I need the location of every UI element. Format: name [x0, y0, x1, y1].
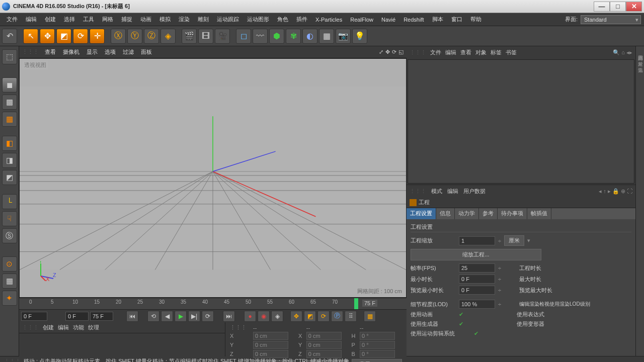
- om-menu-bookmarks[interactable]: 书签: [506, 49, 517, 56]
- menu-navie[interactable]: Navié: [378, 15, 399, 24]
- preview-min-input[interactable]: [459, 286, 495, 295]
- x-axis-icon[interactable]: Ⓧ: [111, 29, 126, 44]
- model-mode-icon[interactable]: ◼: [2, 77, 17, 93]
- autokey-icon[interactable]: ◉: [258, 311, 270, 322]
- tweak-icon[interactable]: ☟: [2, 211, 17, 226]
- object-tree[interactable]: [408, 59, 634, 184]
- next-key-icon[interactable]: ⟳: [202, 311, 214, 322]
- pos-z[interactable]: [253, 350, 288, 358]
- anim-mode-icon[interactable]: ▦: [364, 311, 376, 322]
- lod-input[interactable]: [459, 300, 495, 309]
- rot-key-icon[interactable]: ⟳: [317, 311, 330, 322]
- tab-todo[interactable]: 待办事项: [498, 208, 527, 219]
- environment-icon[interactable]: ◐: [302, 29, 317, 44]
- mat-menu-texture[interactable]: 纹理: [88, 324, 99, 331]
- pla-key-icon[interactable]: ⠿: [345, 311, 357, 322]
- menu-help[interactable]: 帮助: [467, 14, 485, 25]
- range-start[interactable]: [21, 312, 47, 321]
- rot-h[interactable]: [360, 332, 395, 340]
- vp-nav-icon[interactable]: ◱: [398, 49, 404, 55]
- om-menu-objects[interactable]: 对象: [475, 49, 487, 56]
- vp-menu-view[interactable]: 查看: [42, 47, 59, 57]
- nav-icons[interactable]: ◂ ↑ ▸ 🔒 ⊕ ⛶: [599, 188, 632, 195]
- render-settings-icon[interactable]: 🎥: [215, 29, 230, 44]
- om-menu-edit[interactable]: 编辑: [445, 49, 456, 56]
- menu-plugins[interactable]: 插件: [293, 14, 311, 25]
- point-mode-icon[interactable]: ◧: [2, 136, 17, 151]
- grip-icon[interactable]: ⋮⋮⋮: [410, 188, 426, 195]
- scale-project-button[interactable]: 缩放工程...: [411, 249, 541, 260]
- grip-icon[interactable]: ⋮⋮⋮: [22, 49, 39, 55]
- snap-toggle-icon[interactable]: Ⓢ: [2, 228, 17, 243]
- min-time-input[interactable]: [459, 275, 495, 284]
- mat-menu-function[interactable]: 功能: [73, 324, 84, 331]
- pos-key-icon[interactable]: ✥: [290, 311, 302, 322]
- goto-start-icon[interactable]: ⏮: [126, 311, 138, 322]
- bulb-icon[interactable]: 💡: [352, 29, 367, 44]
- edge-mode-icon[interactable]: ◨: [2, 153, 17, 168]
- camera-icon[interactable]: ▦: [319, 29, 334, 44]
- mat-menu-edit[interactable]: 编辑: [58, 324, 69, 331]
- pos-x[interactable]: [253, 332, 288, 340]
- playhead[interactable]: [354, 298, 358, 309]
- tab-project-settings[interactable]: 工程设置: [407, 208, 436, 219]
- grip-icon[interactable]: ⋮⋮⋮: [410, 49, 426, 56]
- om-menu-file[interactable]: 文件: [430, 49, 441, 56]
- magnet-icon[interactable]: ⊙: [2, 256, 17, 272]
- goto-end-icon[interactable]: ⏭: [223, 311, 235, 322]
- use-gen-checkbox[interactable]: ✔: [459, 321, 463, 327]
- cube-primitive-icon[interactable]: ◻: [236, 29, 251, 44]
- menu-animate[interactable]: 动画: [137, 14, 155, 25]
- maximize-button[interactable]: □: [610, 2, 626, 12]
- workplane-icon[interactable]: ▦: [2, 112, 17, 127]
- misc-tool-icon[interactable]: ✦: [2, 291, 17, 306]
- move-tool-icon[interactable]: ✥: [40, 29, 55, 44]
- menu-script[interactable]: 脚本: [429, 14, 447, 25]
- pos-y[interactable]: [253, 341, 288, 349]
- fps-input[interactable]: [459, 263, 495, 273]
- texture-mode-icon[interactable]: ▩: [2, 95, 17, 110]
- frame-end[interactable]: [90, 312, 113, 321]
- menu-render[interactable]: 渲染: [175, 14, 193, 25]
- deformer-icon[interactable]: ✾: [286, 29, 301, 44]
- size-y[interactable]: [306, 341, 342, 349]
- size-x[interactable]: [306, 332, 342, 340]
- timeline-ruler[interactable]: 0 5 10 15 20 25 30 35 40 45 50 55 60 65 …: [19, 298, 407, 309]
- am-menu-mode[interactable]: 模式: [431, 188, 442, 195]
- vp-menu-filter[interactable]: 过滤: [120, 47, 137, 57]
- menu-select[interactable]: 选择: [60, 14, 78, 25]
- use-anim-checkbox[interactable]: ✔: [459, 311, 463, 318]
- menu-mesh[interactable]: 网格: [99, 14, 117, 25]
- apply-button[interactable]: 应用: [352, 359, 402, 362]
- menu-window[interactable]: 窗口: [448, 14, 466, 25]
- tab-interp[interactable]: 帧插值: [527, 208, 551, 219]
- z-axis-icon[interactable]: Ⓩ: [144, 29, 159, 44]
- next-frame-icon[interactable]: ▶|: [188, 311, 200, 322]
- use-motion-checkbox[interactable]: ✔: [474, 330, 478, 337]
- live-select-icon[interactable]: ↖: [23, 29, 38, 44]
- menu-motion-tracker[interactable]: 运动跟踪: [213, 14, 243, 25]
- undo-icon[interactable]: ↶: [2, 29, 17, 44]
- locked-workplane-icon[interactable]: ▦: [2, 274, 17, 289]
- layout-select[interactable]: Standard: [581, 15, 641, 24]
- mat-menu-create[interactable]: 创建: [43, 324, 54, 331]
- om-menu-tags[interactable]: 标签: [491, 49, 502, 56]
- rot-b[interactable]: [360, 350, 395, 358]
- render-view-icon[interactable]: 🎬: [182, 29, 197, 44]
- y-axis-icon[interactable]: Ⓨ: [127, 29, 142, 44]
- play-icon[interactable]: ▶: [175, 311, 187, 322]
- coord-system-icon[interactable]: ◈: [160, 29, 176, 44]
- project-scale-input[interactable]: [459, 236, 495, 245]
- make-editable-icon[interactable]: ⬚: [2, 49, 17, 64]
- prev-frame-icon[interactable]: ◀: [161, 311, 173, 322]
- rot-p[interactable]: [360, 341, 395, 349]
- menu-edit[interactable]: 编辑: [22, 14, 40, 25]
- search-icon[interactable]: 🔍 ⌂ ◂▸: [613, 49, 632, 56]
- vp-menu-panel[interactable]: 面板: [138, 47, 155, 57]
- keyframe-icon[interactable]: ◈: [271, 311, 283, 322]
- am-menu-userdata[interactable]: 用户数据: [463, 188, 486, 195]
- vp-nav-icon[interactable]: ✥: [385, 49, 390, 55]
- menu-file[interactable]: 文件: [3, 14, 21, 25]
- minimize-button[interactable]: —: [594, 2, 610, 12]
- menu-mograph[interactable]: 运动图形: [244, 14, 273, 25]
